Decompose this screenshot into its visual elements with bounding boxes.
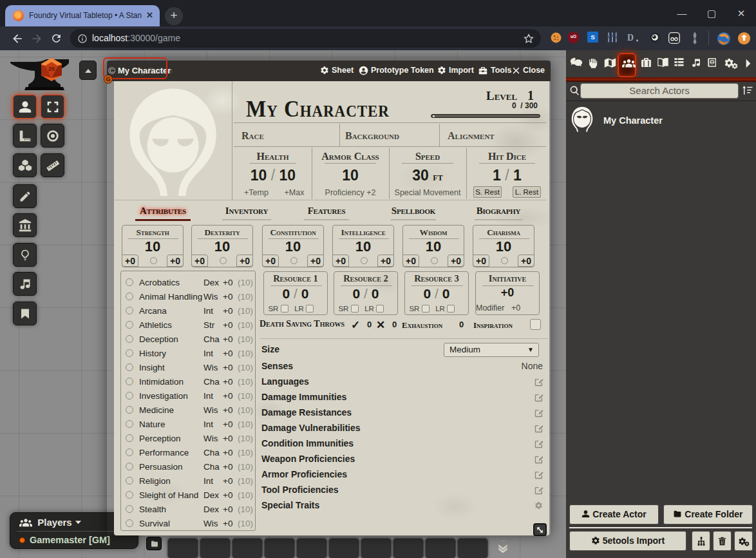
svg-text:D: D [627,33,634,43]
svg-text:S: S [591,34,595,41]
svg-text:uO: uO [571,34,576,39]
svg-text:20: 20 [48,66,55,72]
